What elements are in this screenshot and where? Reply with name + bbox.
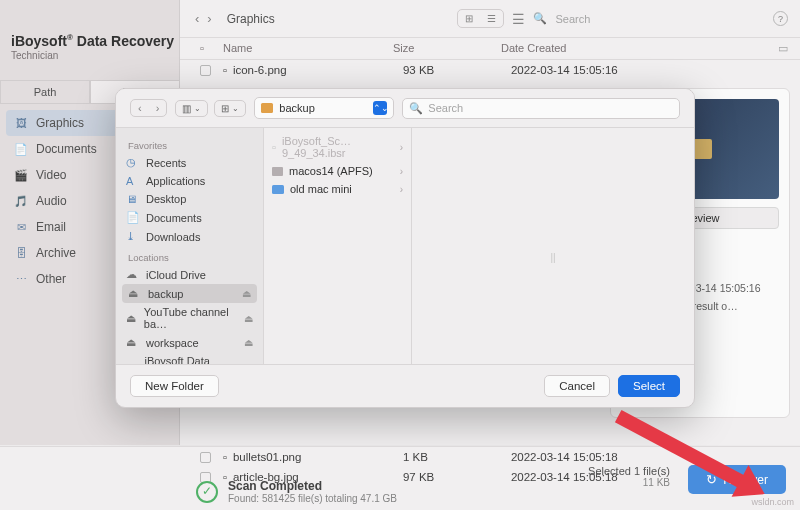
watermark: wsldn.com — [751, 497, 794, 507]
